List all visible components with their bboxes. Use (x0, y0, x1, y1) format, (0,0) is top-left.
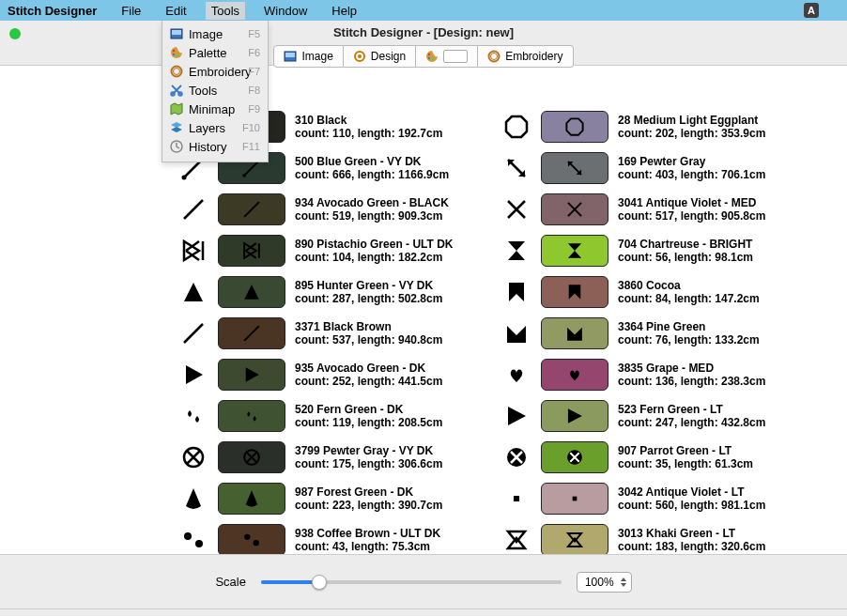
thread-row[interactable]: 895 Hunter Green - VY DKcount: 287, leng… (178, 274, 473, 310)
thread-stats: count: 84, length: 147.2cm (618, 292, 787, 305)
dropdown-item-minimap[interactable]: MinimapF9 (162, 100, 268, 118)
thread-swatch[interactable] (218, 524, 285, 554)
dropdown-item-history[interactable]: HistoryF11 (162, 137, 268, 156)
thread-row[interactable]: 3013 Khaki Green - LTcount: 183, length:… (501, 522, 787, 554)
dropdown-item-embroidery[interactable]: EmbroideryF7 (162, 62, 268, 81)
thread-name: 520 Fern Green - DK (295, 403, 473, 416)
scale-bar: Scale 100% (0, 554, 847, 608)
thread-row[interactable]: 3041 Antique Violet - MEDcount: 517, len… (501, 192, 787, 227)
thread-swatch[interactable] (218, 317, 285, 349)
menu-help[interactable]: Help (326, 2, 362, 20)
thread-row[interactable]: 938 Coffee Brown - ULT DKcount: 43, leng… (178, 522, 473, 554)
scale-label: Scale (215, 575, 246, 589)
thread-stats: count: 56, length: 98.1cm (618, 251, 787, 264)
thread-swatch-symbol (240, 529, 263, 551)
thread-name: 3835 Grape - MED (618, 362, 787, 375)
thread-swatch[interactable] (541, 317, 608, 349)
thread-row[interactable]: 907 Parrot Green - LTcount: 35, length: … (501, 439, 787, 475)
dropdown-item-shortcut: F7 (248, 66, 260, 77)
thread-swatch[interactable] (218, 235, 285, 267)
thread-row[interactable]: 3799 Pewter Gray - VY DKcount: 175, leng… (178, 439, 473, 475)
toolbar-color-swatch[interactable] (443, 50, 468, 63)
thread-swatch-symbol (563, 239, 586, 262)
thread-swatch[interactable] (218, 359, 285, 391)
toolbar-image-button[interactable]: Image (273, 45, 343, 68)
thread-symbol (178, 442, 208, 472)
thread-swatch-symbol (563, 116, 586, 138)
thread-swatch[interactable] (541, 152, 608, 184)
map-icon (170, 102, 183, 116)
thread-row[interactable]: 934 Avocado Green - BLACKcount: 519, len… (178, 192, 473, 227)
thread-row[interactable]: 28 Medium Light Eggplantcount: 202, leng… (501, 109, 787, 145)
window-traffic-green[interactable] (9, 28, 21, 39)
dropdown-item-label: Minimap (189, 102, 235, 116)
thread-row[interactable]: 890 Pistachio Green - ULT DKcount: 104, … (178, 233, 473, 269)
menu-edit[interactable]: Edit (160, 2, 192, 20)
menu-tools[interactable]: Tools (206, 2, 245, 20)
thread-swatch[interactable] (541, 483, 608, 515)
toolbar-design-label: Design (371, 50, 406, 63)
thread-row[interactable]: 3835 Grape - MEDcount: 136, length: 238.… (501, 357, 787, 393)
thread-swatch[interactable] (541, 400, 608, 432)
thread-swatch[interactable] (541, 111, 608, 143)
thread-swatch-symbol (563, 198, 586, 221)
thread-swatch[interactable] (541, 235, 608, 267)
thread-swatch[interactable] (541, 524, 608, 554)
thread-swatch[interactable] (541, 441, 608, 473)
dropdown-item-layers[interactable]: LayersF10 (162, 118, 268, 137)
thread-symbol (501, 318, 531, 348)
keyboard-icon[interactable]: A (804, 3, 819, 18)
menu-file[interactable]: File (116, 2, 146, 20)
scale-value: 100% (585, 576, 614, 589)
thread-stats: count: 104, length: 182.2cm (295, 251, 473, 264)
thread-symbol (501, 442, 531, 472)
thread-swatch[interactable] (218, 483, 285, 515)
thread-swatch[interactable] (541, 193, 608, 225)
scale-value-stepper[interactable]: 100% (577, 572, 632, 593)
svg-point-7 (177, 54, 178, 56)
menu-window[interactable]: Window (258, 2, 313, 20)
thread-row[interactable]: 3042 Antique Violet - LTcount: 560, leng… (501, 481, 787, 516)
stepper-down-icon[interactable] (620, 582, 627, 588)
thread-swatch[interactable] (541, 359, 608, 391)
thread-swatch[interactable] (218, 276, 285, 308)
thread-row[interactable]: 935 Avocado Green - DKcount: 252, length… (178, 357, 473, 393)
thread-name: 3042 Antique Violet - LT (618, 485, 787, 499)
thread-swatch[interactable] (218, 193, 285, 225)
thread-row[interactable]: 704 Chartreuse - BRIGHTcount: 56, length… (501, 233, 787, 269)
svg-point-36 (244, 534, 250, 540)
toolbar-image-label: Image (301, 50, 332, 63)
dropdown-item-label: History (189, 140, 226, 154)
scale-slider[interactable] (261, 580, 562, 584)
thread-row[interactable]: 520 Fern Green - DKcount: 119, length: 2… (178, 398, 473, 434)
thread-row[interactable]: 987 Forest Green - DKcount: 223, length:… (178, 481, 473, 516)
hoop-icon (170, 65, 183, 78)
dropdown-item-shortcut: F9 (248, 103, 260, 115)
thread-swatch-symbol (240, 446, 263, 469)
toolbar-design-button[interactable]: Design (344, 45, 416, 68)
thread-row[interactable]: 523 Fern Green - LTcount: 247, length: 4… (501, 398, 787, 434)
thread-row[interactable]: 169 Pewter Graycount: 403, length: 706.1… (501, 150, 787, 186)
dropdown-item-shortcut: F11 (242, 141, 260, 152)
thread-name: 3041 Antique Violet - MED (618, 196, 787, 209)
thread-row[interactable]: 3364 Pine Greencount: 76, length: 133.2c… (501, 316, 787, 351)
dropdown-item-palette[interactable]: PaletteF6 (162, 43, 268, 62)
dropdown-item-tools[interactable]: ToolsF8 (162, 81, 268, 100)
thread-stats: count: 560, length: 981.1cm (618, 499, 787, 512)
toolbar-embroidery-button[interactable]: Embroidery (478, 45, 573, 68)
thread-symbol (178, 484, 208, 514)
thread-row[interactable]: 3371 Black Browncount: 537, length: 940.… (178, 316, 473, 351)
thread-name: 704 Chartreuse - BRIGHT (618, 238, 787, 251)
thread-name: 938 Coffee Brown - ULT DK (295, 527, 473, 540)
scale-slider-knob[interactable] (312, 575, 327, 590)
image-icon (170, 27, 183, 40)
thread-symbol (501, 484, 531, 514)
thread-row[interactable]: 3860 Cocoacount: 84, length: 147.2cm (501, 274, 787, 310)
toolbar-palette-button[interactable] (416, 45, 478, 68)
toolbar: Stitch Designer - [Design: new] Image De… (0, 21, 847, 66)
thread-swatch[interactable] (218, 400, 285, 432)
dropdown-item-image[interactable]: ImageF5 (162, 24, 268, 43)
thread-swatch[interactable] (218, 441, 285, 473)
thread-symbol (178, 277, 208, 307)
thread-swatch[interactable] (541, 276, 608, 308)
